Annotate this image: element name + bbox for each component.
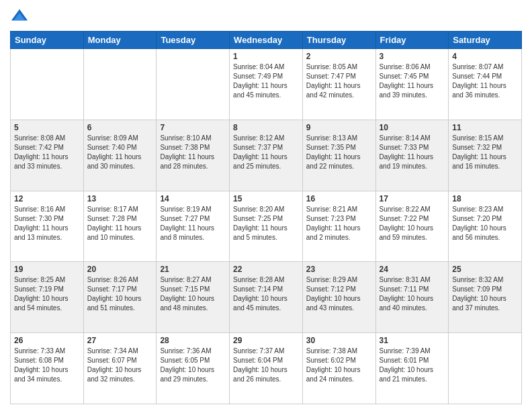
day-of-week-monday: Monday: [83, 32, 157, 49]
day-number: 8: [233, 123, 299, 132]
calendar-cell: 15Sunrise: 8:20 AM Sunset: 7:25 PM Dayli…: [230, 191, 303, 262]
day-number: 26: [14, 336, 80, 345]
day-info: Sunrise: 8:22 AM Sunset: 7:22 PM Dayligh…: [380, 205, 445, 242]
day-info: Sunrise: 8:05 AM Sunset: 7:47 PM Dayligh…: [306, 62, 372, 100]
day-of-week-thursday: Thursday: [302, 32, 375, 49]
day-of-week-friday: Friday: [375, 32, 449, 49]
day-number: 18: [452, 194, 518, 203]
day-info: Sunrise: 7:39 AM Sunset: 6:01 PM Dayligh…: [380, 347, 445, 384]
day-number: 2: [306, 52, 372, 61]
day-number: 10: [380, 123, 445, 132]
day-number: 7: [160, 123, 226, 132]
day-number: 23: [306, 265, 372, 274]
calendar-header-row: SundayMondayTuesdayWednesdayThursdayFrid…: [11, 32, 522, 49]
day-number: 24: [380, 265, 445, 274]
calendar-cell: 25Sunrise: 8:32 AM Sunset: 7:09 PM Dayli…: [449, 262, 522, 333]
day-info: Sunrise: 8:10 AM Sunset: 7:38 PM Dayligh…: [160, 134, 226, 171]
day-info: Sunrise: 8:28 AM Sunset: 7:14 PM Dayligh…: [233, 275, 299, 313]
calendar-cell: 23Sunrise: 8:29 AM Sunset: 7:12 PM Dayli…: [302, 262, 375, 333]
day-number: 9: [306, 123, 372, 132]
day-number: 19: [14, 265, 80, 274]
day-info: Sunrise: 8:12 AM Sunset: 7:37 PM Dayligh…: [233, 134, 299, 171]
calendar-cell: 26Sunrise: 7:33 AM Sunset: 6:08 PM Dayli…: [11, 333, 84, 404]
day-number: 22: [233, 265, 299, 274]
day-info: Sunrise: 8:31 AM Sunset: 7:11 PM Dayligh…: [380, 275, 445, 313]
day-of-week-tuesday: Tuesday: [157, 32, 230, 49]
calendar-week-1: 5Sunrise: 8:08 AM Sunset: 7:42 PM Daylig…: [11, 120, 522, 191]
calendar: SundayMondayTuesdayWednesdayThursdayFrid…: [10, 31, 522, 404]
calendar-cell: 5Sunrise: 8:08 AM Sunset: 7:42 PM Daylig…: [11, 120, 84, 191]
calendar-cell: 17Sunrise: 8:22 AM Sunset: 7:22 PM Dayli…: [375, 191, 449, 262]
day-info: Sunrise: 8:27 AM Sunset: 7:15 PM Dayligh…: [160, 275, 226, 313]
day-number: 17: [380, 194, 445, 203]
calendar-cell: 31Sunrise: 7:39 AM Sunset: 6:01 PM Dayli…: [375, 333, 449, 404]
day-info: Sunrise: 8:08 AM Sunset: 7:42 PM Dayligh…: [14, 134, 80, 171]
day-number: 4: [452, 52, 518, 61]
day-info: Sunrise: 7:36 AM Sunset: 6:05 PM Dayligh…: [160, 347, 226, 384]
calendar-cell: 27Sunrise: 7:34 AM Sunset: 6:07 PM Dayli…: [83, 333, 157, 404]
day-number: 15: [233, 194, 299, 203]
day-info: Sunrise: 7:38 AM Sunset: 6:02 PM Dayligh…: [306, 347, 372, 384]
day-number: 1: [233, 52, 299, 61]
calendar-cell: 7Sunrise: 8:10 AM Sunset: 7:38 PM Daylig…: [157, 120, 230, 191]
calendar-cell: [449, 333, 522, 404]
day-info: Sunrise: 7:33 AM Sunset: 6:08 PM Dayligh…: [14, 347, 80, 384]
calendar-cell: [11, 49, 84, 120]
calendar-cell: 11Sunrise: 8:15 AM Sunset: 7:32 PM Dayli…: [449, 120, 522, 191]
calendar-cell: 13Sunrise: 8:17 AM Sunset: 7:28 PM Dayli…: [83, 191, 157, 262]
calendar-cell: 6Sunrise: 8:09 AM Sunset: 7:40 PM Daylig…: [83, 120, 157, 191]
calendar-cell: 29Sunrise: 7:37 AM Sunset: 6:04 PM Dayli…: [230, 333, 303, 404]
day-number: 27: [87, 336, 153, 345]
day-number: 30: [306, 336, 372, 345]
calendar-cell: 20Sunrise: 8:26 AM Sunset: 7:17 PM Dayli…: [83, 262, 157, 333]
day-info: Sunrise: 8:04 AM Sunset: 7:49 PM Dayligh…: [233, 62, 299, 100]
day-info: Sunrise: 8:23 AM Sunset: 7:20 PM Dayligh…: [452, 205, 518, 242]
day-number: 13: [87, 194, 153, 203]
calendar-week-0: 1Sunrise: 8:04 AM Sunset: 7:49 PM Daylig…: [11, 49, 522, 120]
day-info: Sunrise: 8:07 AM Sunset: 7:44 PM Dayligh…: [452, 62, 518, 100]
day-info: Sunrise: 8:21 AM Sunset: 7:23 PM Dayligh…: [306, 205, 372, 242]
day-info: Sunrise: 8:09 AM Sunset: 7:40 PM Dayligh…: [87, 134, 153, 171]
day-info: Sunrise: 8:20 AM Sunset: 7:25 PM Dayligh…: [233, 205, 299, 242]
calendar-cell: 24Sunrise: 8:31 AM Sunset: 7:11 PM Dayli…: [375, 262, 449, 333]
logo-icon: [10, 7, 29, 26]
day-info: Sunrise: 8:19 AM Sunset: 7:27 PM Dayligh…: [160, 205, 226, 242]
day-info: Sunrise: 8:32 AM Sunset: 7:09 PM Dayligh…: [452, 275, 518, 313]
header: [10, 7, 522, 26]
day-number: 25: [452, 265, 518, 274]
day-info: Sunrise: 7:37 AM Sunset: 6:04 PM Dayligh…: [233, 347, 299, 384]
day-info: Sunrise: 8:16 AM Sunset: 7:30 PM Dayligh…: [14, 205, 80, 242]
calendar-week-4: 26Sunrise: 7:33 AM Sunset: 6:08 PM Dayli…: [11, 333, 522, 404]
calendar-cell: 14Sunrise: 8:19 AM Sunset: 7:27 PM Dayli…: [157, 191, 230, 262]
day-number: 12: [14, 194, 80, 203]
calendar-cell: 1Sunrise: 8:04 AM Sunset: 7:49 PM Daylig…: [230, 49, 303, 120]
day-of-week-wednesday: Wednesday: [230, 32, 303, 49]
day-number: 20: [87, 265, 153, 274]
calendar-cell: 16Sunrise: 8:21 AM Sunset: 7:23 PM Dayli…: [302, 191, 375, 262]
day-info: Sunrise: 8:13 AM Sunset: 7:35 PM Dayligh…: [306, 134, 372, 171]
day-of-week-saturday: Saturday: [449, 32, 522, 49]
calendar-cell: 2Sunrise: 8:05 AM Sunset: 7:47 PM Daylig…: [302, 49, 375, 120]
calendar-cell: 28Sunrise: 7:36 AM Sunset: 6:05 PM Dayli…: [157, 333, 230, 404]
day-number: 11: [452, 123, 518, 132]
day-info: Sunrise: 8:26 AM Sunset: 7:17 PM Dayligh…: [87, 275, 153, 313]
calendar-cell: 18Sunrise: 8:23 AM Sunset: 7:20 PM Dayli…: [449, 191, 522, 262]
calendar-cell: 30Sunrise: 7:38 AM Sunset: 6:02 PM Dayli…: [302, 333, 375, 404]
day-number: 6: [87, 123, 153, 132]
calendar-week-3: 19Sunrise: 8:25 AM Sunset: 7:19 PM Dayli…: [11, 262, 522, 333]
calendar-cell: 4Sunrise: 8:07 AM Sunset: 7:44 PM Daylig…: [449, 49, 522, 120]
day-number: 14: [160, 194, 226, 203]
day-info: Sunrise: 8:17 AM Sunset: 7:28 PM Dayligh…: [87, 205, 153, 242]
day-info: Sunrise: 8:25 AM Sunset: 7:19 PM Dayligh…: [14, 275, 80, 313]
calendar-cell: 8Sunrise: 8:12 AM Sunset: 7:37 PM Daylig…: [230, 120, 303, 191]
calendar-cell: 9Sunrise: 8:13 AM Sunset: 7:35 PM Daylig…: [302, 120, 375, 191]
day-of-week-sunday: Sunday: [11, 32, 84, 49]
day-info: Sunrise: 8:29 AM Sunset: 7:12 PM Dayligh…: [306, 275, 372, 313]
day-number: 3: [380, 52, 445, 61]
day-number: 5: [14, 123, 80, 132]
day-number: 21: [160, 265, 226, 274]
day-info: Sunrise: 7:34 AM Sunset: 6:07 PM Dayligh…: [87, 347, 153, 384]
calendar-cell: 10Sunrise: 8:14 AM Sunset: 7:33 PM Dayli…: [375, 120, 449, 191]
logo: [10, 7, 32, 26]
day-number: 29: [233, 336, 299, 345]
